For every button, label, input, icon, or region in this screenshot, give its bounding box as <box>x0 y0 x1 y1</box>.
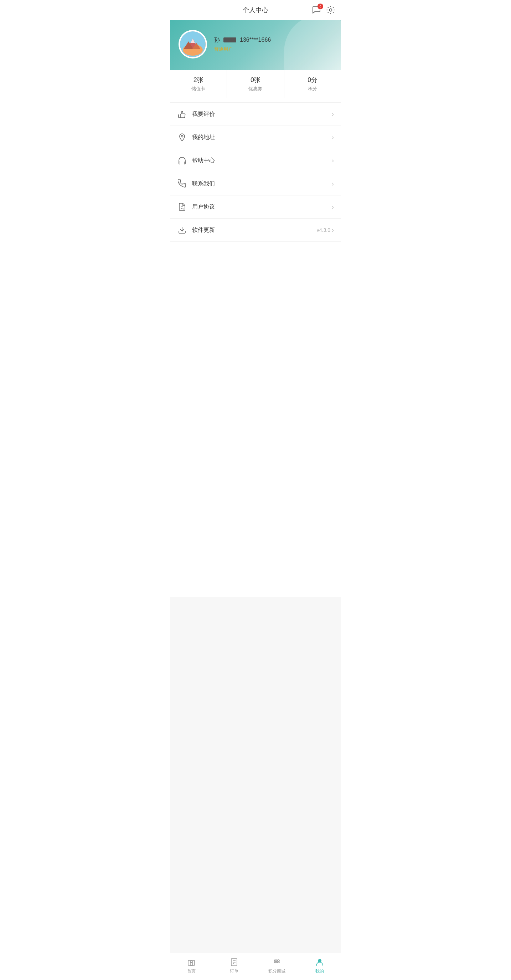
profile-type: 普通用户 <box>214 46 271 52</box>
message-button[interactable]: 0 <box>312 5 321 14</box>
address-label: 我的地址 <box>192 134 332 141</box>
nav-item-points-shop[interactable]: 积分商城 <box>256 956 298 976</box>
profile-name: 孙 <box>214 37 220 44</box>
document-icon <box>177 202 187 212</box>
help-right: › <box>332 157 334 164</box>
header-icons: 0 <box>312 5 335 14</box>
update-right: v4.3.0 › <box>317 226 334 234</box>
review-chevron: › <box>332 111 334 118</box>
svg-point-21 <box>276 960 278 961</box>
page-title: 个人中心 <box>243 6 268 14</box>
svg-point-20 <box>275 960 276 961</box>
stat-stored-card[interactable]: 2张 储值卡 <box>170 70 227 98</box>
bottom-nav: 首页 订单 积分商城 <box>170 953 341 980</box>
coupon-label: 优惠券 <box>248 86 262 92</box>
stat-points[interactable]: 0分 积分 <box>284 70 341 98</box>
profile-name-phone: 孙 136****1666 <box>214 37 271 44</box>
gear-icon <box>326 5 335 14</box>
help-label: 帮助中心 <box>192 157 332 164</box>
mine-nav-label: 我的 <box>315 968 324 974</box>
stat-coupon[interactable]: 0张 优惠券 <box>227 70 284 98</box>
stored-card-value: 2张 <box>194 76 203 84</box>
home-nav-label: 首页 <box>187 968 196 974</box>
header: 个人中心 0 <box>170 0 341 20</box>
review-label: 我要评价 <box>192 111 332 118</box>
menu-item-review[interactable]: 我要评价 › <box>170 102 341 126</box>
agreement-right: › <box>332 203 334 211</box>
mine-nav-icon <box>315 958 324 967</box>
update-chevron: › <box>332 226 334 234</box>
avatar[interactable] <box>179 30 207 59</box>
stats-row: 2张 储值卡 0张 优惠券 0分 积分 <box>170 70 341 98</box>
svg-rect-9 <box>184 162 185 164</box>
svg-point-25 <box>278 961 279 963</box>
svg-point-0 <box>330 9 332 11</box>
address-right: › <box>332 134 334 141</box>
avatar-inner <box>180 31 206 57</box>
menu-item-update[interactable]: 软件更新 v4.3.0 › <box>170 219 341 242</box>
menu-item-contact[interactable]: 联系我们 › <box>170 172 341 196</box>
message-badge: 0 <box>317 3 323 9</box>
settings-button[interactable] <box>326 5 335 14</box>
stored-card-label: 储值卡 <box>191 86 205 92</box>
points-label: 积分 <box>308 86 317 92</box>
order-nav-icon <box>230 958 239 967</box>
menu-item-help[interactable]: 帮助中心 › <box>170 149 341 172</box>
contact-chevron: › <box>332 180 334 188</box>
points-value: 0分 <box>308 76 317 84</box>
home-nav-icon <box>187 958 196 967</box>
svg-point-23 <box>275 961 276 963</box>
nav-item-mine[interactable]: 我的 <box>298 956 341 976</box>
profile-info: 孙 136****1666 普通用户 <box>214 37 271 52</box>
svg-rect-14 <box>190 963 192 966</box>
menu-list: 我要评价 › 我的地址 › 帮助中心 › <box>170 102 341 597</box>
points-shop-nav-icon <box>272 958 281 967</box>
profile-banner: 孙 136****1666 普通用户 <box>170 20 341 70</box>
svg-point-22 <box>278 960 279 961</box>
location-icon <box>177 132 187 142</box>
svg-rect-8 <box>179 162 180 164</box>
nav-item-home[interactable]: 首页 <box>170 956 213 976</box>
nav-item-order[interactable]: 订单 <box>213 956 256 976</box>
coupon-value: 0张 <box>251 76 260 84</box>
content-spacer <box>170 597 341 953</box>
avatar-image <box>180 31 206 57</box>
update-version: v4.3.0 <box>317 227 330 233</box>
svg-point-15 <box>190 960 192 963</box>
agreement-label: 用户协议 <box>192 203 332 211</box>
name-mask <box>224 37 236 43</box>
help-chevron: › <box>332 157 334 164</box>
phone-icon <box>177 179 187 189</box>
review-right: › <box>332 111 334 118</box>
download-icon <box>177 225 187 235</box>
svg-point-24 <box>276 961 278 963</box>
menu-item-address[interactable]: 我的地址 › <box>170 126 341 149</box>
points-shop-nav-label: 积分商城 <box>268 968 286 974</box>
update-label: 软件更新 <box>192 226 317 234</box>
contact-right: › <box>332 180 334 188</box>
order-nav-label: 订单 <box>230 968 238 974</box>
address-chevron: › <box>332 134 334 141</box>
profile-phone: 136****1666 <box>240 37 271 43</box>
headphone-icon <box>177 156 187 165</box>
thumb-up-icon <box>177 109 187 119</box>
svg-point-7 <box>181 135 183 137</box>
menu-item-agreement[interactable]: 用户协议 › <box>170 196 341 219</box>
agreement-chevron: › <box>332 203 334 211</box>
contact-label: 联系我们 <box>192 180 332 188</box>
svg-rect-13 <box>188 960 195 966</box>
